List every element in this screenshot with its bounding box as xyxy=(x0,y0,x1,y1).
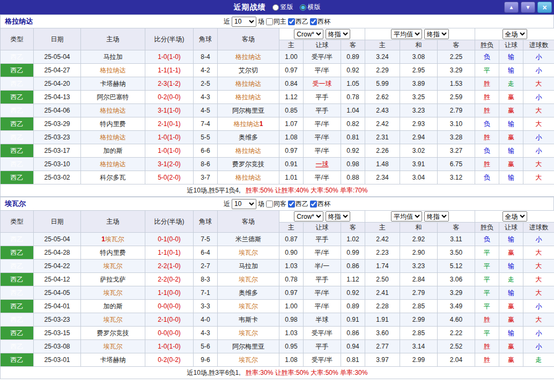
cup-checkbox-option[interactable]: 西杯 xyxy=(310,17,330,26)
crown-away-odds-cell: 0.86 xyxy=(341,327,365,340)
date-cell: 25-04-12 xyxy=(34,273,81,286)
date-cell: 25-03-17 xyxy=(34,144,81,158)
layout-horizontal-option[interactable]: 横版 xyxy=(300,3,321,12)
home-team-cell: 阿尔巴塞特 xyxy=(81,91,145,104)
recent-count-select[interactable]: 10 xyxy=(232,199,256,209)
odds-company-select[interactable]: Crow* xyxy=(294,29,323,39)
avg-home-odds-cell: 2.29 xyxy=(365,64,400,77)
away-team-cell: 格拉纳达 xyxy=(218,144,279,158)
move-up-button[interactable]: ▲ xyxy=(504,2,519,13)
crown-home-odds-cell: 0.87 xyxy=(279,233,304,246)
corners-cell: 7-5 xyxy=(194,233,218,246)
score-cell: 2-3(1-2) xyxy=(145,77,194,91)
result-cell: 胜 xyxy=(475,91,499,104)
home-team-cell: 格拉纳达 xyxy=(81,64,145,77)
horizontal-radio[interactable] xyxy=(300,4,306,11)
odds-time-select[interactable]: 终指 xyxy=(326,211,350,221)
recent-count-select[interactable]: 10 xyxy=(232,17,256,27)
match-row: 西乙25-04-28特内里费1-1(0-1)6-4埃瓦尔0.90平/半0.992… xyxy=(1,246,554,260)
goals-result-cell: 小 xyxy=(523,50,554,64)
league-cell: 西乙 xyxy=(1,91,34,104)
avg-away-odds-cell: 2.04 xyxy=(438,353,475,367)
scope-select[interactable]: 全场 xyxy=(503,211,527,221)
cup-checkbox[interactable] xyxy=(310,18,317,25)
header-home: 主场 xyxy=(81,28,145,50)
result-cell: 负 xyxy=(475,144,499,158)
league-cell: 西乙 xyxy=(1,144,34,158)
games-label: 场 xyxy=(258,199,264,209)
away-team-cell: 奥维多 xyxy=(218,286,279,300)
vertical-radio[interactable] xyxy=(272,4,279,11)
layout-vertical-option[interactable]: 竖版 xyxy=(272,3,293,12)
avg-select[interactable]: 平均值 xyxy=(391,29,422,39)
date-cell: 25-05-04 xyxy=(34,233,81,246)
result-cell: 平 xyxy=(475,246,499,260)
handicap-result-cell: 输 xyxy=(499,260,523,273)
goals-result-cell: 大 xyxy=(523,260,554,273)
away-team-cell: 格拉纳达 xyxy=(218,91,279,104)
same-venue-checkbox[interactable] xyxy=(266,18,273,25)
header-handicap-result: 让球 xyxy=(499,40,523,50)
odds-company-select[interactable]: Crow* xyxy=(294,211,323,221)
avg-select[interactable]: 平均值 xyxy=(391,211,422,221)
date-cell: 25-04-22 xyxy=(34,260,81,273)
result-cell: 平 xyxy=(475,260,499,273)
handicap-cell: 平/半 xyxy=(304,64,341,77)
crown-home-odds-cell: 0.97 xyxy=(279,286,304,300)
close-button[interactable]: × xyxy=(537,2,552,13)
header-avg-away: 客 xyxy=(438,40,475,50)
cup-checkbox-option[interactable]: 西杯 xyxy=(310,199,330,209)
corners-cell: 4-2 xyxy=(194,64,218,77)
crown-away-odds-cell: 0.89 xyxy=(341,50,365,64)
avg-time-select[interactable]: 终指 xyxy=(424,211,449,221)
home-team-cell: 加的斯 xyxy=(81,300,145,313)
avg-away-odds-cell: 3.50 xyxy=(438,246,475,260)
handicap-result-cell: 输 xyxy=(499,171,523,184)
crown-away-odds-cell: 0.92 xyxy=(341,64,365,77)
avg-draw-odds-cell: 2.84 xyxy=(400,273,438,286)
result-cell: 平 xyxy=(475,286,499,300)
crown-home-odds-cell: 0.85 xyxy=(279,104,304,117)
date-cell: 25-04-27 xyxy=(34,64,81,77)
avg-time-select[interactable]: 终指 xyxy=(424,29,449,39)
home-team-cell: 格拉纳达 xyxy=(81,104,145,117)
away-team-cell: 格拉纳达 xyxy=(218,77,279,91)
section-team-name: 格拉纳达 xyxy=(5,17,33,26)
titlebar-center: 近期战绩 竖版 横版 xyxy=(234,3,321,12)
corners-cell: 3-3 xyxy=(194,300,218,313)
league-checkbox-option[interactable]: 西乙 xyxy=(288,17,308,26)
crown-home-odds-cell: 1.01 xyxy=(279,171,304,184)
corners-cell: 9-6 xyxy=(194,353,218,367)
cup-checkbox[interactable] xyxy=(310,201,317,208)
crown-away-odds-cell: 0.94 xyxy=(341,340,365,353)
header-crown-away: 客 xyxy=(341,40,365,50)
handicap-cell: 受平/半 xyxy=(304,353,341,367)
crown-home-odds-cell: 0.97 xyxy=(279,144,304,158)
header-goals: 进球数 xyxy=(523,40,554,50)
avg-away-odds-cell: 3.11 xyxy=(438,233,475,246)
scope-select[interactable]: 全场 xyxy=(503,29,527,39)
same-venue-checkbox-option[interactable]: 同主 xyxy=(266,17,286,26)
move-down-button[interactable]: ▼ xyxy=(521,2,535,13)
match-row: 西乙25-03-10格拉纳达3-1(2-0)8-6费罗尔竞技0.91一球0.98… xyxy=(1,158,554,171)
avg-away-odds-cell: 3.12 xyxy=(438,171,475,184)
header-goals: 进球数 xyxy=(523,223,554,233)
handicap-result-cell: 输 xyxy=(499,327,523,340)
crown-home-odds-cell: 1.07 xyxy=(279,117,304,131)
league-checkbox[interactable] xyxy=(288,18,295,25)
score-cell: 1-1(1-1) xyxy=(145,64,194,77)
league-checkbox[interactable] xyxy=(288,201,295,208)
result-cell: 平 xyxy=(475,327,499,340)
avg-home-odds-cell: 2.28 xyxy=(365,300,400,313)
handicap-cell: 平手 xyxy=(304,273,341,286)
league-label: 西乙 xyxy=(296,17,308,26)
same-venue-checkbox-option[interactable]: 同客 xyxy=(266,199,286,209)
odds-time-select[interactable]: 终指 xyxy=(326,29,350,39)
date-cell: 25-05-04 xyxy=(34,50,81,64)
league-checkbox-option[interactable]: 西乙 xyxy=(288,199,308,209)
same-venue-checkbox[interactable] xyxy=(266,201,273,208)
avg-draw-odds-cell: 2.85 xyxy=(400,300,438,313)
crown-home-odds-cell: 0.98 xyxy=(279,313,304,327)
avg-away-odds-cell: 3.27 xyxy=(438,144,475,158)
same-venue-label: 同主 xyxy=(274,17,286,26)
